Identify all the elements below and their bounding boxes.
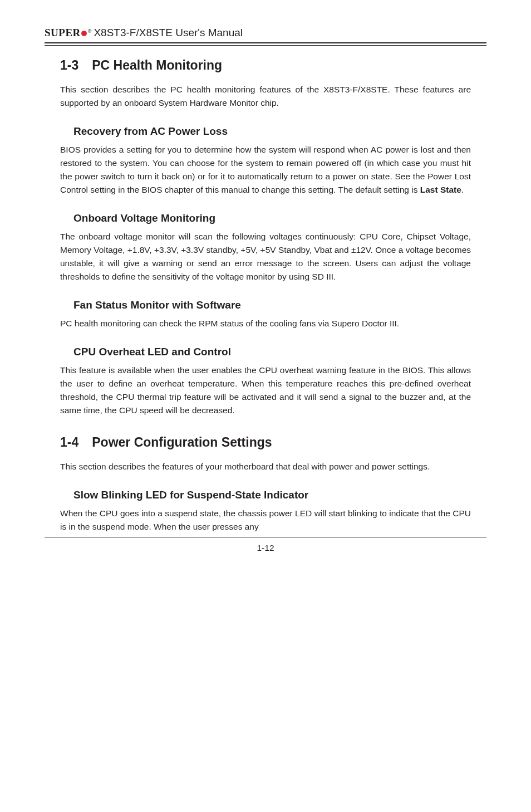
page-header: SUPER ® X8ST3-F/X8STE User's Manual: [45, 27, 486, 42]
section-number: 1-3: [60, 58, 78, 73]
fan-heading: Fan Status Monitor with Software: [73, 299, 471, 311]
recovery-body-after: .: [461, 185, 464, 194]
recovery-heading: Recovery from AC Power Loss: [73, 125, 471, 138]
fan-body: PC health monitoring can check the RPM s…: [60, 317, 471, 330]
section-1-4-intro: This section describes the features of y…: [60, 460, 471, 473]
section-title: PC Health Monitoring: [92, 58, 222, 73]
recovery-body-before: BIOS provides a setting for you to deter…: [60, 145, 471, 194]
section-title: Power Configuration Settings: [92, 435, 272, 450]
section-number: 1-4: [60, 435, 78, 450]
slow-blink-body: When the CPU goes into a suspend state, …: [60, 507, 471, 534]
recovery-body: BIOS provides a setting for you to deter…: [60, 143, 471, 197]
brand-dot-icon: [81, 31, 87, 36]
slow-blink-heading: Slow Blinking LED for Suspend-State Indi…: [73, 489, 471, 501]
recovery-body-bold: Last State: [420, 185, 461, 194]
section-1-3-heading: 1-3 PC Health Monitoring: [60, 58, 471, 73]
voltage-heading: Onboard Voltage Monitoring: [73, 212, 471, 224]
page-number: 1-12: [45, 543, 486, 553]
voltage-body: The onboard voltage monitor will scan th…: [60, 230, 471, 283]
section-1-3-intro: This section describes the PC health mon…: [60, 83, 471, 110]
brand-name-left: SUPER: [45, 27, 81, 39]
brand-registered-mark: ®: [88, 28, 92, 34]
cpu-heading: CPU Overheat LED and Control: [73, 346, 471, 358]
footer-rule: 1-12: [45, 537, 486, 553]
header-rule: [45, 42, 486, 46]
manual-title: X8ST3-F/X8STE User's Manual: [94, 27, 243, 39]
page-content: 1-3 PC Health Monitoring This section de…: [45, 58, 486, 534]
section-1-4-heading: 1-4 Power Configuration Settings: [60, 435, 471, 450]
cpu-body: This feature is available when the user …: [60, 364, 471, 417]
